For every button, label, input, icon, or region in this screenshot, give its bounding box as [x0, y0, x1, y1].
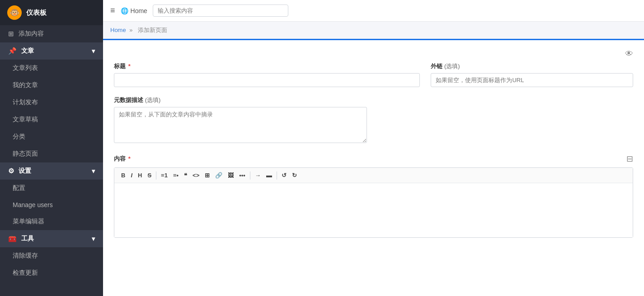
static-pages-label: 静态页面: [13, 150, 38, 158]
toolbar-redo[interactable]: ↻: [290, 171, 299, 180]
grid-icon: ⊞: [8, 30, 14, 38]
drafts-label: 文章草稿: [13, 116, 38, 124]
toolbar-code[interactable]: <>: [190, 171, 202, 180]
breadcrumb-home[interactable]: Home: [110, 27, 126, 33]
settings-section-label: 设置: [19, 167, 31, 175]
sidebar-title: 仪表板: [26, 9, 47, 17]
content-required: *: [128, 155, 131, 162]
sidebar-section-settings[interactable]: ⚙ 设置 ▾: [0, 162, 103, 180]
toolbar-unordered-list[interactable]: ≡•: [171, 171, 181, 180]
manage-users-label: Manage users: [13, 201, 53, 208]
topbar-home-link[interactable]: 🌐 Home: [121, 7, 147, 14]
chevron-down-icon: ▾: [92, 47, 95, 55]
content-label-row: 内容 * ⊟: [114, 154, 633, 164]
sidebar-header: 🐵 仪表板: [0, 0, 103, 25]
toolbar-undo[interactable]: ↺: [279, 171, 289, 180]
articles-section-label: 文章: [21, 47, 34, 55]
sidebar-section-tools[interactable]: 🧰 工具 ▾: [0, 230, 103, 247]
gear-icon: ⚙: [8, 167, 14, 175]
check-updates-label: 检查更新: [13, 269, 38, 277]
add-content-label: 添加内容: [19, 30, 44, 38]
sidebar-item-menu-editor[interactable]: 菜单编辑器: [0, 213, 103, 230]
clear-cache-label: 清除缓存: [13, 252, 38, 260]
editor-wrapper: B I H S ≡1 ≡• ❝ <> ⊞ 🔗 🖼 •••: [114, 167, 633, 238]
my-articles-label: 我的文章: [13, 81, 38, 89]
tools-icon: 🧰: [8, 235, 17, 243]
topbar-home-label: Home: [131, 7, 147, 14]
toolbar-blockquote[interactable]: ❝: [182, 171, 189, 180]
menu-editor-label: 菜单编辑器: [13, 217, 44, 226]
form-section: 👁 标题 * 外链 (选填): [103, 40, 644, 247]
sidebar-item-check-updates[interactable]: 检查更新: [0, 264, 103, 282]
pin-icon: 📌: [8, 47, 17, 55]
title-url-row: 标题 * 外链 (选填): [114, 62, 633, 87]
sidebar-add-content[interactable]: ⊞ 添加内容: [0, 25, 103, 42]
scheduled-label: 计划发布: [13, 98, 38, 106]
sidebar-item-config[interactable]: 配置: [0, 180, 103, 197]
eye-row: 👁: [114, 49, 633, 59]
article-list-label: 文章列表: [13, 64, 38, 72]
hamburger-icon[interactable]: ≡: [110, 6, 115, 15]
toolbar-ordered-list[interactable]: ≡1: [159, 171, 170, 180]
meta-label: 元数据描述 (选填): [114, 96, 633, 104]
url-label: 外链 (选填): [431, 62, 633, 70]
toolbar-block[interactable]: ▬: [264, 171, 274, 180]
content-label: 内容 *: [114, 155, 131, 163]
sidebar-item-static-pages[interactable]: 静态页面: [0, 145, 103, 162]
tools-section-label: 工具: [21, 235, 34, 243]
chevron-down-icon-tools: ▾: [92, 235, 95, 242]
url-input[interactable]: [431, 73, 633, 87]
sidebar-section-articles[interactable]: 📌 文章 ▾: [0, 42, 103, 60]
toolbar-strikethrough[interactable]: S: [145, 171, 154, 180]
sidebar-item-scheduled[interactable]: 计划发布: [0, 94, 103, 111]
sidebar-logo: 🐵: [7, 5, 22, 20]
sidebar-item-categories[interactable]: 分类: [0, 128, 103, 145]
sidebar-item-drafts[interactable]: 文章草稿: [0, 111, 103, 128]
toolbar-bold[interactable]: B: [119, 171, 127, 180]
sidebar-item-clear-cache[interactable]: 清除缓存: [0, 247, 103, 264]
editor-body[interactable]: [114, 183, 633, 237]
search-input[interactable]: [153, 5, 288, 17]
toolbar-sep-3: [277, 171, 277, 180]
sidebar-item-manage-users[interactable]: Manage users: [0, 197, 103, 213]
eye-icon[interactable]: 👁: [625, 49, 633, 59]
toolbar-sep-1: [156, 171, 156, 180]
split-view-icon[interactable]: ⊟: [626, 154, 633, 164]
page-content: 👁 标题 * 外链 (选填): [103, 39, 644, 296]
toolbar-heading[interactable]: H: [136, 171, 144, 180]
meta-optional: (选填): [145, 97, 161, 103]
categories-label: 分类: [13, 133, 25, 141]
config-label: 配置: [13, 184, 25, 192]
topbar: ≡ 🌐 Home: [103, 0, 644, 22]
breadcrumb: Home » 添加新页面: [103, 22, 644, 39]
title-field-col: 标题 *: [114, 62, 420, 87]
toolbar-image[interactable]: 🖼: [226, 171, 236, 180]
toolbar-arrow[interactable]: →: [253, 171, 263, 180]
toolbar-more[interactable]: •••: [237, 171, 248, 180]
toolbar-table[interactable]: ⊞: [202, 171, 212, 180]
chevron-down-icon-settings: ▾: [92, 167, 95, 175]
toolbar-link[interactable]: 🔗: [213, 171, 225, 180]
url-field-col: 外链 (选填): [431, 62, 633, 87]
title-label: 标题 *: [114, 62, 420, 70]
breadcrumb-separator: »: [129, 27, 132, 33]
main-content: ≡ 🌐 Home Home » 添加新页面 👁 标题 *: [103, 0, 644, 296]
sidebar: 🐵 仪表板 ⊞ 添加内容 📌 文章 ▾ 文章列表 我的文章 计划发布 文章草稿 …: [0, 0, 103, 296]
content-section: 内容 * ⊟ B I H S ≡1 ≡• ❝ <>: [114, 154, 633, 238]
toolbar-sep-2: [250, 171, 250, 180]
breadcrumb-current: 添加新页面: [138, 27, 167, 33]
sidebar-item-my-articles[interactable]: 我的文章: [0, 77, 103, 94]
globe-icon: 🌐: [121, 7, 128, 14]
sidebar-item-article-list[interactable]: 文章列表: [0, 60, 103, 77]
toolbar-italic[interactable]: I: [128, 171, 135, 180]
editor-toolbar: B I H S ≡1 ≡• ❝ <> ⊞ 🔗 🖼 •••: [114, 168, 633, 183]
title-input[interactable]: [114, 73, 420, 87]
title-required: *: [128, 63, 131, 69]
url-optional: (选填): [444, 63, 460, 69]
meta-textarea[interactable]: [114, 107, 367, 143]
meta-section: 元数据描述 (选填): [114, 96, 633, 145]
